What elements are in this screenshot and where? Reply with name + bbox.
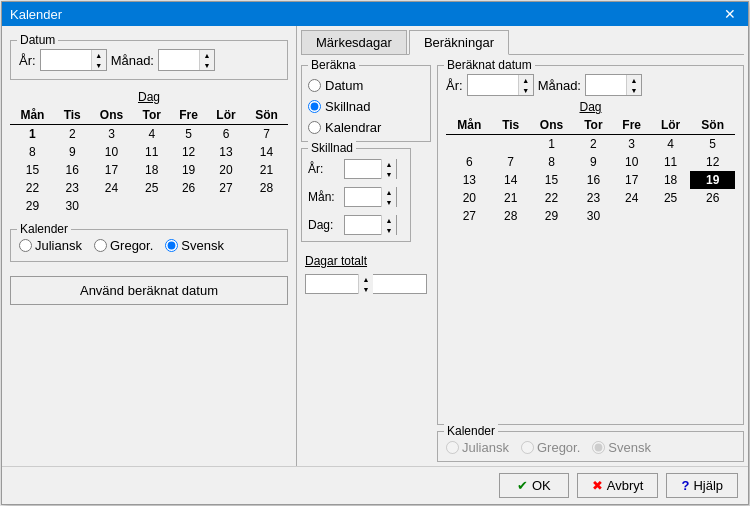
right-cal-cell[interactable]: 25 [651,189,690,207]
dagar-totalt-spin[interactable]: 23029 ▲ ▼ [305,274,427,294]
right-cal-cell[interactable]: 2 [574,135,612,154]
man-skillnad-down[interactable]: ▼ [382,197,396,207]
cal-cell[interactable]: 15 [10,161,55,179]
berakna-radio[interactable] [308,79,321,92]
manad-input[interactable]: 1 [159,50,199,70]
berakna-radio-item[interactable]: Kalendrar [308,120,424,135]
right-cal-cell[interactable]: 10 [612,153,650,171]
right-cal-cell[interactable]: 3 [612,135,650,154]
manad-spinner[interactable]: 1 ▲ ▼ [158,49,215,71]
dag-skillnad-input[interactable]: 18 [345,216,381,234]
right-cal-cell[interactable]: 22 [529,189,575,207]
cal-cell[interactable]: 3 [90,125,134,144]
cal-cell[interactable]: 22 [10,179,55,197]
cal-cell[interactable]: 26 [170,179,207,197]
dag-skillnad-spin[interactable]: 18 ▲ ▼ [344,215,397,235]
right-cal-cell[interactable]: 28 [493,207,529,225]
cal-cell[interactable]: 23 [55,179,90,197]
right-cal-cell[interactable]: 19 [690,171,735,189]
close-button[interactable]: ✕ [720,6,740,22]
right-cal-cell[interactable]: 27 [446,207,493,225]
manad2-input[interactable]: 4 [586,75,626,95]
ar2-input[interactable]: 1896 [468,75,518,95]
cal-cell[interactable]: 13 [207,143,245,161]
dagar-totalt-up[interactable]: ▲ [359,274,373,284]
cal-cell[interactable]: 28 [245,179,288,197]
right-cal-cell[interactable]: 24 [612,189,650,207]
cal-cell[interactable]: 1 [10,125,55,144]
manad2-spin-down[interactable]: ▼ [627,85,641,95]
manad-spin-down[interactable]: ▼ [200,60,214,70]
dagar-totalt-input[interactable]: 23029 [306,275,358,293]
right-cal-cell[interactable]: 7 [493,153,529,171]
dag-skillnad-down[interactable]: ▼ [382,225,396,235]
right-cal-cell[interactable]: 26 [690,189,735,207]
manad2-spinner[interactable]: 4 ▲ ▼ [585,74,642,96]
cal-cell[interactable]: 6 [207,125,245,144]
tab-berakningar[interactable]: Beräkningar [409,30,509,55]
ar-skillnad-up[interactable]: ▲ [382,159,396,169]
cal-cell[interactable]: 5 [170,125,207,144]
right-cal-cell[interactable]: 5 [690,135,735,154]
cal-cell[interactable]: 18 [133,161,170,179]
cal-cell[interactable]: 4 [133,125,170,144]
dagar-totalt-down[interactable]: ▼ [359,284,373,294]
cal-cell[interactable]: 25 [133,179,170,197]
right-cal-cell[interactable]: 11 [651,153,690,171]
ar-spinner[interactable]: 1833 ▲ ▼ [40,49,107,71]
right-cal-cell[interactable]: 20 [446,189,493,207]
cal-cell[interactable]: 11 [133,143,170,161]
tab-markesdagar[interactable]: Märkesdagar [301,30,407,54]
right-cal-cell[interactable]: 13 [446,171,493,189]
ar-spin-down[interactable]: ▼ [92,60,106,70]
right-cal-cell[interactable]: 17 [612,171,650,189]
right-cal-cell[interactable]: 29 [529,207,575,225]
kalender-radio-item[interactable]: Svensk [165,238,224,253]
ar2-spinner[interactable]: 1896 ▲ ▼ [467,74,534,96]
kalender-radio-item[interactable]: Gregor. [94,238,153,253]
right-cal-cell[interactable]: 9 [574,153,612,171]
right-cal-cell[interactable]: 1 [529,135,575,154]
ar-input[interactable]: 1833 [41,50,91,70]
kalender-radio-item[interactable]: Juliansk [19,238,82,253]
cal-cell[interactable]: 16 [55,161,90,179]
berakna-radio[interactable] [308,100,321,113]
manad2-spin-up[interactable]: ▲ [627,75,641,85]
ok-button[interactable]: ✔ OK [499,473,569,498]
cal-cell[interactable]: 24 [90,179,134,197]
right-cal-cell[interactable]: 23 [574,189,612,207]
cal-cell[interactable]: 17 [90,161,134,179]
kalender-radio[interactable] [165,239,178,252]
cal-cell[interactable]: 14 [245,143,288,161]
cal-cell[interactable]: 21 [245,161,288,179]
ar-skillnad-down[interactable]: ▼ [382,169,396,179]
kalender-radio[interactable] [94,239,107,252]
right-cal-cell[interactable]: 6 [446,153,493,171]
cal-cell[interactable]: 8 [10,143,55,161]
right-cal-cell[interactable]: 8 [529,153,575,171]
manad-spin-up[interactable]: ▲ [200,50,214,60]
right-cal-cell[interactable]: 21 [493,189,529,207]
berakna-radio-item[interactable]: Skillnad [308,99,424,114]
cal-cell[interactable]: 9 [55,143,90,161]
man-skillnad-input[interactable]: 0 [345,188,381,206]
cal-cell[interactable]: 10 [90,143,134,161]
hjalp-button[interactable]: ? Hjälp [666,473,738,498]
right-cal-cell[interactable]: 12 [690,153,735,171]
cal-cell[interactable]: 29 [10,197,55,215]
right-cal-cell[interactable]: 14 [493,171,529,189]
use-beraknat-btn[interactable]: Använd beräknat datum [10,276,288,305]
ar2-spin-up[interactable]: ▲ [519,75,533,85]
cal-cell[interactable]: 20 [207,161,245,179]
right-cal-cell[interactable]: 18 [651,171,690,189]
avbryt-button[interactable]: ✖ Avbryt [577,473,659,498]
ar-skillnad-input[interactable]: 63 [345,160,381,178]
ar-spin-up[interactable]: ▲ [92,50,106,60]
ar2-spin-down[interactable]: ▼ [519,85,533,95]
berakna-radio-item[interactable]: Datum [308,78,424,93]
cal-cell[interactable]: 27 [207,179,245,197]
right-cal-cell[interactable]: 4 [651,135,690,154]
kalender-radio[interactable] [19,239,32,252]
cal-cell[interactable]: 7 [245,125,288,144]
cal-cell[interactable]: 19 [170,161,207,179]
